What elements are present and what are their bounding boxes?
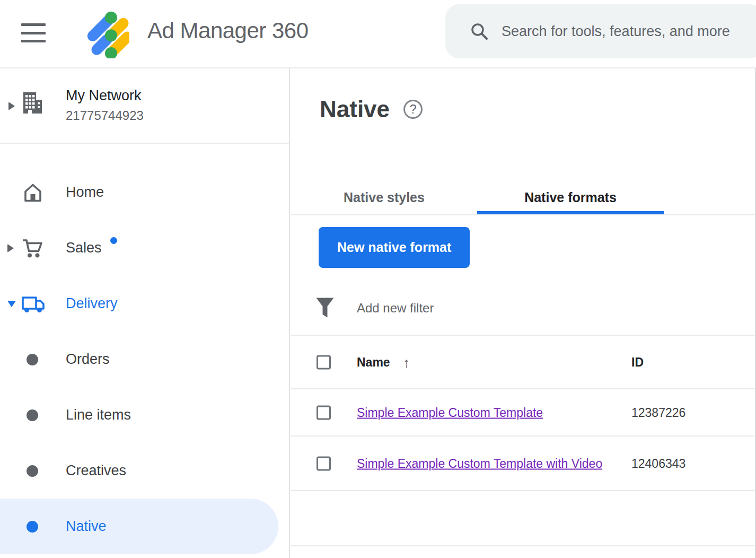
sort-ascending-icon[interactable]: ↑ <box>403 355 410 371</box>
table-row: Simple Example Custom Template 12387226 <box>291 389 755 437</box>
sidebar: My Network 21775744923 Home <box>0 68 290 558</box>
filter-bar[interactable]: Add new filter <box>291 281 755 336</box>
sidebar-item-creatives[interactable]: Creatives <box>0 443 289 499</box>
truck-icon <box>19 293 47 315</box>
bullet-icon <box>27 354 38 365</box>
row-checkbox[interactable] <box>317 405 331 420</box>
collapse-icon[interactable] <box>7 301 16 307</box>
sidebar-nav: Home Sales <box>0 144 289 554</box>
tab-bar: Native styles Native formats <box>291 180 755 215</box>
search-placeholder: Search for tools, features, and more <box>502 23 730 40</box>
main-content: Native ? Native styles Native formats Ne… <box>291 68 756 558</box>
sidebar-item-label: Creatives <box>66 463 126 479</box>
tab-native-styles[interactable]: Native styles <box>303 180 465 214</box>
network-expand-icon[interactable] <box>8 102 15 110</box>
native-formats-table: Name ↑ ID Simple Example Custom Template… <box>291 336 755 546</box>
product-title: Ad Manager 360 <box>147 18 309 43</box>
home-icon <box>19 181 47 204</box>
help-icon[interactable]: ? <box>403 100 423 119</box>
native-format-link[interactable]: Simple Example Custom Template with Vide… <box>357 456 602 470</box>
sidebar-item-orders[interactable]: Orders <box>0 332 289 387</box>
network-selector[interactable]: My Network 21775744923 <box>0 68 289 144</box>
building-icon <box>20 91 45 115</box>
table-empty-row <box>291 491 755 546</box>
native-format-id: 12387226 <box>631 405 685 420</box>
row-checkbox[interactable] <box>317 456 331 470</box>
search-input[interactable]: Search for tools, features, and more <box>445 4 756 58</box>
sales-notification-dot <box>110 237 117 244</box>
expand-icon[interactable] <box>7 244 14 252</box>
add-new-filter-label: Add new filter <box>357 301 434 316</box>
network-name: My Network <box>66 88 144 104</box>
sidebar-item-line-items[interactable]: Line items <box>0 387 289 443</box>
name-column-header[interactable]: Name <box>357 355 390 369</box>
sidebar-item-native[interactable]: Native <box>0 499 289 554</box>
native-format-link[interactable]: Simple Example Custom Template <box>357 405 543 419</box>
sidebar-item-label: Delivery <box>66 295 118 312</box>
tab-native-formats[interactable]: Native formats <box>477 180 664 214</box>
sidebar-item-sales[interactable]: Sales <box>0 220 289 276</box>
sidebar-item-label: Sales <box>66 240 102 256</box>
bullet-icon <box>27 521 38 533</box>
sidebar-item-label: Native <box>66 518 107 535</box>
network-id: 21775744923 <box>66 108 144 123</box>
new-native-format-button[interactable]: New native format <box>319 227 470 268</box>
sidebar-item-label: Line items <box>66 407 131 423</box>
sidebar-item-label: Orders <box>66 351 110 368</box>
ad-manager-logo-icon <box>78 7 129 58</box>
search-icon <box>470 22 489 41</box>
table-row: Simple Example Custom Template with Vide… <box>291 437 755 491</box>
native-format-id: 12406343 <box>631 456 685 470</box>
cart-icon <box>19 236 47 260</box>
bullet-icon <box>27 465 38 477</box>
page-title: Native <box>320 96 390 123</box>
filter-icon <box>315 297 335 319</box>
table-header-row: Name ↑ ID <box>291 336 755 389</box>
sidebar-item-label: Home <box>66 184 104 200</box>
bullet-icon <box>27 409 38 421</box>
active-item-highlight <box>0 499 278 554</box>
sidebar-item-home[interactable]: Home <box>0 164 289 220</box>
top-app-bar: Ad Manager 360 Search for tools, feature… <box>0 0 756 68</box>
sidebar-item-delivery[interactable]: Delivery <box>0 276 289 332</box>
id-column-header: ID <box>631 355 644 370</box>
select-all-checkbox[interactable] <box>317 355 331 370</box>
menu-icon[interactable] <box>21 23 46 42</box>
